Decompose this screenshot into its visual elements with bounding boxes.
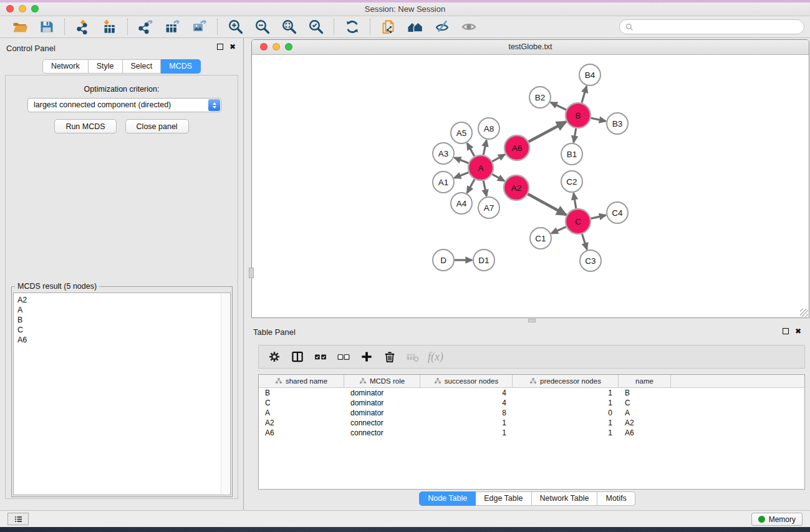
close-window-button[interactable] [6, 5, 14, 12]
graph-node-C[interactable]: C [566, 209, 591, 234]
graph-edge-A-A4[interactable] [467, 179, 475, 193]
cell-name[interactable]: B [619, 388, 671, 398]
cell-successor-nodes[interactable]: 4 [420, 398, 513, 408]
column-header-MCDS-role[interactable]: MCDS role [344, 375, 420, 387]
zoom-out-button[interactable] [249, 17, 275, 36]
graph-node-B2[interactable]: B2 [529, 87, 551, 108]
network-resize-grip[interactable] [800, 309, 808, 317]
mcds-result-list[interactable]: A2ABCA6 [13, 293, 231, 495]
float-panel-icon[interactable] [217, 44, 223, 50]
minimize-window-button[interactable] [19, 5, 26, 12]
graph-edge-B-B3[interactable] [591, 118, 606, 121]
graph-node-D1[interactable]: D1 [473, 249, 494, 271]
cell-shared-name[interactable]: A2 [259, 418, 344, 428]
graph-node-C2[interactable]: C2 [561, 171, 582, 192]
cell-shared-name[interactable]: A [259, 408, 344, 418]
cell-predecessor-nodes[interactable]: 1 [513, 388, 619, 398]
cell-MCDS-role[interactable]: connector [344, 418, 420, 428]
graph-edge-A-A3[interactable] [455, 158, 469, 163]
graph-edge-C-C1[interactable] [551, 227, 566, 234]
memory-button[interactable]: Memory [751, 513, 803, 526]
column-header-successor-nodes[interactable]: successor nodes [420, 375, 513, 387]
cell-name[interactable]: C [619, 398, 671, 408]
tab-select[interactable]: Select [123, 59, 162, 74]
graph-edge-A6-B[interactable] [529, 122, 566, 142]
cell-MCDS-role[interactable]: dominator [344, 398, 420, 408]
result-item[interactable]: C [17, 325, 226, 335]
graph-node-A7[interactable]: A7 [478, 197, 499, 218]
graph-node-A6[interactable]: A6 [504, 135, 529, 160]
network-canvas[interactable]: B4B2BB3A8A5A6A3B1AA1C2A2A4A7C4CC1C3DD1 [252, 55, 809, 317]
cell-MCDS-role[interactable]: dominator [344, 388, 420, 398]
cell-shared-name[interactable]: B [259, 388, 344, 398]
network-window-titlebar[interactable]: testGlobe.txt [252, 40, 809, 55]
table-settings-button[interactable] [265, 347, 284, 366]
cell-predecessor-nodes[interactable]: 1 [513, 428, 619, 438]
result-item[interactable]: A6 [17, 335, 226, 345]
maximize-window-button[interactable] [31, 5, 39, 12]
graph-node-A1[interactable]: A1 [433, 172, 454, 193]
network-maximize-button[interactable] [285, 43, 292, 51]
graph-edge-C-C2[interactable] [574, 193, 576, 209]
graph-edge-B-B4[interactable] [582, 86, 587, 103]
network-close-button[interactable] [260, 43, 268, 51]
result-item[interactable]: A2 [17, 295, 226, 305]
graph-node-B[interactable]: B [566, 103, 591, 128]
graph-node-C4[interactable]: C4 [607, 202, 628, 223]
save-session-button[interactable] [34, 17, 59, 36]
graph-node-A8[interactable]: A8 [478, 118, 499, 139]
export-network-button[interactable] [133, 17, 158, 36]
tab-node-table[interactable]: Node Table [419, 491, 476, 506]
open-session-button[interactable] [7, 17, 32, 36]
tab-style[interactable]: Style [89, 59, 123, 74]
cell-successor-nodes[interactable]: 1 [420, 428, 513, 438]
cell-name[interactable]: A2 [619, 418, 671, 428]
graph-edge-B-B1[interactable] [574, 128, 576, 143]
graph-node-A[interactable]: A [468, 155, 493, 180]
graph-node-A2[interactable]: A2 [504, 175, 529, 200]
import-table-button[interactable] [97, 17, 122, 36]
graph-node-A4[interactable]: A4 [451, 193, 472, 214]
cell-predecessor-nodes[interactable]: 0 [513, 408, 619, 418]
refresh-view-button[interactable] [339, 17, 365, 36]
tab-mcds[interactable]: MCDS [161, 59, 201, 74]
horizontal-splitter-grip[interactable] [528, 319, 536, 322]
graph-node-A5[interactable]: A5 [451, 122, 472, 143]
graph-node-B4[interactable]: B4 [579, 64, 600, 85]
show-all-networks-button[interactable] [402, 17, 428, 36]
cell-shared-name[interactable]: A6 [259, 428, 344, 438]
zoom-fit-button[interactable] [276, 17, 302, 36]
graph-edge-A2-C[interactable] [528, 194, 566, 215]
show-graphics-details-button[interactable] [429, 17, 455, 36]
cell-predecessor-nodes[interactable]: 1 [513, 418, 619, 428]
table-row[interactable]: Bdominator41B [259, 388, 804, 398]
tab-network-table[interactable]: Network Table [532, 491, 598, 506]
show-hide-panels-button[interactable] [456, 17, 481, 36]
graph-node-A3[interactable]: A3 [433, 143, 454, 164]
tab-edge-table[interactable]: Edge Table [476, 491, 531, 506]
cell-name[interactable]: A6 [619, 428, 671, 438]
cell-predecessor-nodes[interactable]: 1 [513, 398, 619, 408]
close-panel-button[interactable]: Close panel [125, 119, 189, 133]
task-history-button[interactable] [7, 513, 29, 525]
graph-node-B3[interactable]: B3 [607, 113, 628, 134]
cell-successor-nodes[interactable]: 8 [420, 408, 513, 418]
criterion-select[interactable]: largest connected component (directed) [27, 98, 221, 112]
search-input[interactable] [637, 22, 798, 32]
graph-node-B1[interactable]: B1 [561, 143, 582, 165]
graph-edge-B-B2[interactable] [551, 102, 566, 110]
cell-MCDS-role[interactable]: dominator [344, 408, 420, 418]
toggle-columns-button[interactable] [288, 347, 307, 366]
deselect-all-rows-button[interactable] [334, 347, 353, 366]
zoom-selected-button[interactable] [303, 17, 329, 36]
result-item[interactable]: A [17, 305, 226, 315]
graph-edge-A-A5[interactable] [467, 143, 475, 157]
export-image-button[interactable] [186, 17, 212, 36]
cell-name[interactable]: A [619, 408, 671, 418]
result-list-scrollbar[interactable] [221, 294, 229, 494]
import-network-button[interactable] [70, 17, 95, 36]
network-minimize-button[interactable] [272, 43, 280, 51]
cell-successor-nodes[interactable]: 4 [420, 388, 513, 398]
graph-edge-A-A1[interactable] [455, 173, 469, 178]
zoom-in-button[interactable] [223, 17, 248, 36]
